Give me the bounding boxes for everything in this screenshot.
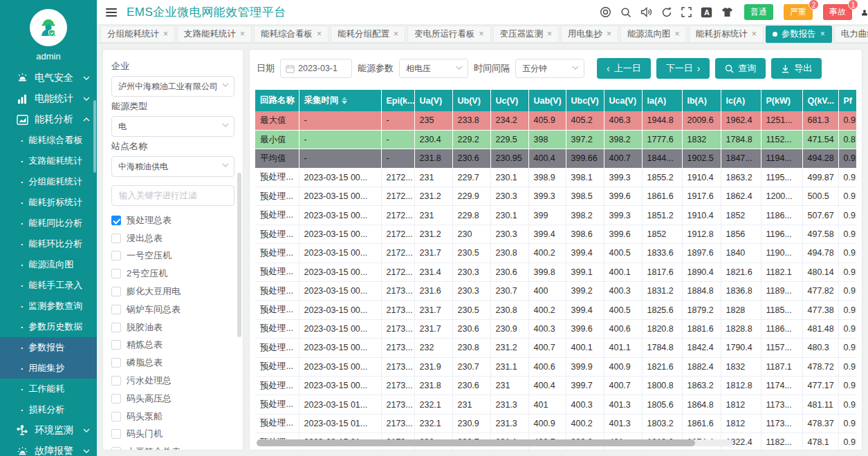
next-day-button[interactable]: 下一日 › <box>656 58 710 79</box>
checkbox[interactable] <box>111 216 121 225</box>
sidebar-group[interactable]: 能耗分析 <box>0 109 97 130</box>
sidebar-item[interactable]: ·能耗环比分析 <box>0 234 97 254</box>
tab[interactable]: 分组能耗统计× <box>100 26 175 43</box>
meter-check-item[interactable]: 磷脂总表 <box>111 354 234 372</box>
tab[interactable]: 能耗综合看板× <box>254 26 329 43</box>
checkbox[interactable] <box>111 447 121 450</box>
alarm-badge[interactable]: 普通 <box>744 4 773 20</box>
interval-select[interactable]: 五分钟 <box>515 59 584 78</box>
sidebar-item[interactable]: ·参数历史数据 <box>0 316 97 337</box>
sidebar-item[interactable]: ·能耗折标统计 <box>0 192 97 213</box>
column-header[interactable]: 采集时间 <box>299 90 381 111</box>
tab-close-icon[interactable]: × <box>820 30 825 38</box>
search-icon[interactable] <box>620 7 631 18</box>
sidebar-item[interactable]: ·能耗综合看板 <box>0 130 97 151</box>
company-select[interactable]: 泸州中海粮油工业有限公司 <box>111 76 234 97</box>
meter-check-item[interactable]: 预处理总表 <box>111 211 234 229</box>
checkbox[interactable] <box>111 394 121 403</box>
meter-check-item[interactable]: 码头泵船 <box>111 408 234 426</box>
tab[interactable]: 能耗分组配置× <box>331 26 405 43</box>
tab[interactable]: 变压器监测× <box>493 26 560 43</box>
query-button[interactable]: 查询 <box>715 58 766 79</box>
sidebar-group[interactable]: 环境监测 <box>0 420 97 441</box>
checkbox[interactable] <box>111 429 121 439</box>
checkbox[interactable] <box>111 340 121 350</box>
target-icon[interactable] <box>600 6 611 18</box>
param-select[interactable]: 相电压 <box>399 59 468 78</box>
tab[interactable]: 电力曲线记录× <box>834 26 868 43</box>
alarm-badge[interactable]: 事故1 <box>823 4 852 20</box>
energy-type-select[interactable]: 电 <box>111 116 234 137</box>
horizontal-scrollbar-thumb[interactable] <box>257 439 695 446</box>
checkbox[interactable] <box>111 358 121 368</box>
menu-toggle-icon[interactable] <box>106 8 117 17</box>
sidebar-group[interactable]: 电气安全 <box>0 68 97 88</box>
theme-shirt-icon[interactable] <box>721 7 733 17</box>
tab-close-icon[interactable]: × <box>479 30 484 38</box>
tab-close-icon[interactable]: × <box>240 30 245 38</box>
tab-close-icon[interactable]: × <box>675 30 680 38</box>
sidebar-item[interactable]: ·参数报告 <box>0 337 97 358</box>
sidebar-item[interactable]: ·工作能耗 <box>0 379 97 399</box>
meter-check-item[interactable]: 大豆筒仓总表 <box>111 443 234 450</box>
meter-check-item[interactable]: 膨化大豆用电 <box>111 283 234 301</box>
checkbox[interactable] <box>111 251 121 260</box>
sidebar-scrollbar[interactable] <box>93 100 96 173</box>
refresh-icon[interactable] <box>661 7 672 18</box>
export-button[interactable]: 导出 <box>771 58 822 79</box>
horizontal-scrollbar[interactable] <box>257 439 733 446</box>
date-picker[interactable]: 2023-03-1 <box>280 59 352 78</box>
tab-close-icon[interactable]: × <box>752 30 757 38</box>
tab[interactable]: 支路能耗统计× <box>177 26 252 43</box>
tab-close-icon[interactable]: × <box>607 30 611 38</box>
station-select[interactable]: 中海粮油供电 <box>111 156 234 177</box>
sidebar-group[interactable]: 故障报警 <box>0 441 97 456</box>
checkbox[interactable] <box>111 269 121 278</box>
font-size-icon[interactable]: A <box>701 7 712 18</box>
tab[interactable]: 参数报告× <box>766 26 832 43</box>
sidebar-item[interactable]: ·用能集抄 <box>0 358 97 379</box>
sidebar-item[interactable]: ·能耗同比分析 <box>0 213 97 234</box>
tab[interactable]: 能源流向图× <box>620 26 687 43</box>
meter-check-item[interactable]: 码头门机 <box>111 426 234 444</box>
meter-check-item[interactable]: 精炼总表 <box>111 336 234 354</box>
speaker-icon[interactable] <box>640 7 652 17</box>
sidebar-item[interactable]: ·能源流向图 <box>0 254 97 275</box>
checkbox[interactable] <box>111 234 121 243</box>
meter-check-item[interactable]: 码头高压总 <box>111 390 234 408</box>
meter-check-item[interactable]: 污水处理总 <box>111 372 234 390</box>
meter-check-item[interactable]: 一号空压机 <box>111 247 234 265</box>
checkbox[interactable] <box>111 287 121 296</box>
tab[interactable]: 用电集抄× <box>561 26 618 43</box>
meter-check-item[interactable]: 2号空压机 <box>111 265 234 283</box>
checkbox[interactable] <box>111 305 121 314</box>
sidebar-group[interactable]: 电能统计 <box>0 88 97 109</box>
tab-close-icon[interactable]: × <box>547 30 552 38</box>
meter-check-item[interactable]: 脱胶油表 <box>111 319 234 336</box>
meter-check-item[interactable]: 锅炉车间总表 <box>111 301 234 319</box>
sidebar-item[interactable]: ·损耗分析 <box>0 399 97 420</box>
table-cell: 0.93 <box>838 433 856 450</box>
prev-day-button[interactable]: ‹ 上一日 <box>597 58 651 79</box>
tab-close-icon[interactable]: × <box>163 30 168 38</box>
alarm-badge[interactable]: 严重2 <box>784 4 813 20</box>
sidebar-item[interactable]: ·支路能耗统计 <box>0 151 97 171</box>
filter-scrollbar[interactable] <box>237 173 241 337</box>
tab[interactable]: 变电所运行看板× <box>407 26 491 43</box>
sidebar-item[interactable]: ·分组能耗统计 <box>0 171 97 192</box>
table-cell: 399.2 <box>566 282 604 301</box>
meter-check-item[interactable]: 浸出总表 <box>111 229 234 247</box>
tab-close-icon[interactable]: × <box>317 30 322 38</box>
checkbox[interactable] <box>111 323 121 332</box>
sidebar-item[interactable]: ·监测参数查询 <box>0 296 97 316</box>
tab[interactable]: 能耗折标统计× <box>689 26 764 43</box>
checkbox[interactable] <box>111 412 121 421</box>
sort-icons[interactable] <box>342 97 347 104</box>
table-cell: 230 <box>452 225 490 243</box>
user-icon[interactable] <box>861 7 868 18</box>
meter-filter-input[interactable] <box>111 185 234 206</box>
sidebar-item[interactable]: ·能耗手工录入 <box>0 275 97 296</box>
checkbox[interactable] <box>111 376 121 386</box>
fullscreen-icon[interactable] <box>681 7 692 17</box>
tab-close-icon[interactable]: × <box>394 30 398 38</box>
